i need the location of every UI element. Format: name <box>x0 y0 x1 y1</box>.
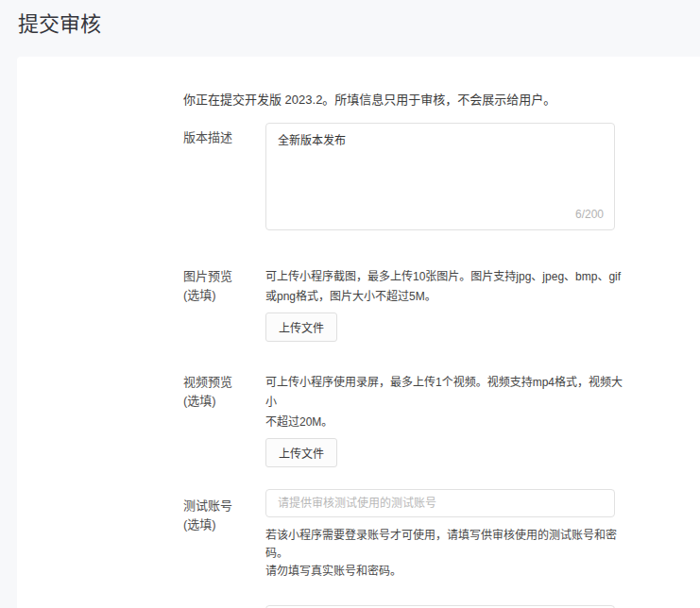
image-help-line-2: 或png格式，图片大小不超过5M。 <box>265 287 624 307</box>
row-version-description: 版本描述 6/200 <box>183 123 700 230</box>
submit-review-panel: 你正在提交开发版 2023.2。所填信息只用于审核，不会展示给用户。 版本描述 … <box>17 57 700 608</box>
video-help-line-2: 不超过20M。 <box>265 413 624 432</box>
video-upload-button[interactable]: 上传文件 <box>265 438 337 467</box>
video-preview-optional: (选填) <box>183 392 265 411</box>
test-account-helper: 若该小程序需要登录账号才可使用，请填写供审核使用的测试账号和密码。 请勿填写真实… <box>265 527 624 581</box>
version-description-label: 版本描述 <box>183 123 265 147</box>
intro-text: 你正在提交开发版 2023.2。所填信息只用于审核，不会展示给用户。 <box>183 92 700 109</box>
video-help-line-1: 可上传小程序使用录屏，最多上传1个视频。视频支持mp4格式，视频大小 <box>265 373 624 413</box>
image-preview-label-text: 图片预览 <box>183 269 232 283</box>
image-preview-optional: (选填) <box>183 286 265 305</box>
test-account-label: 测试账号 (选填) <box>183 489 265 534</box>
version-description-textarea[interactable] <box>265 123 615 230</box>
test-account-optional: (选填) <box>183 515 265 534</box>
test-account-helper-line-2: 请勿填写真实账号和密码。 <box>265 563 624 581</box>
test-account-helper-line-1: 若该小程序需要登录账号才可使用，请填写供审核使用的测试账号和密码。 <box>265 527 624 563</box>
video-preview-label: 视频预览 (选填) <box>183 373 265 411</box>
video-preview-label-text: 视频预览 <box>183 375 232 389</box>
form-content: 你正在提交开发版 2023.2。所填信息只用于审核，不会展示给用户。 版本描述 … <box>17 57 700 608</box>
test-account-label-text: 测试账号 <box>183 498 232 513</box>
page-title: 提交审核 <box>18 12 101 37</box>
image-help-line-1: 可上传小程序截图，最多上传10张图片。图片支持jpg、jpeg、bmp、gif <box>265 267 624 287</box>
version-description-box: 6/200 <box>265 123 615 230</box>
test-account-input[interactable] <box>265 489 615 517</box>
row-video-preview: 视频预览 (选填) 可上传小程序使用录屏，最多上传1个视频。视频支持mp4格式，… <box>183 373 700 467</box>
image-upload-button[interactable]: 上传文件 <box>265 312 337 342</box>
row-image-preview: 图片预览 (选填) 可上传小程序截图，最多上传10张图片。图片支持jpg、jpe… <box>183 267 700 342</box>
image-preview-label: 图片预览 (选填) <box>183 267 265 305</box>
row-test-account: 测试账号 (选填) 若该小程序需要登录账号才可使用，请填写供审核使用的测试账号和… <box>183 489 700 581</box>
